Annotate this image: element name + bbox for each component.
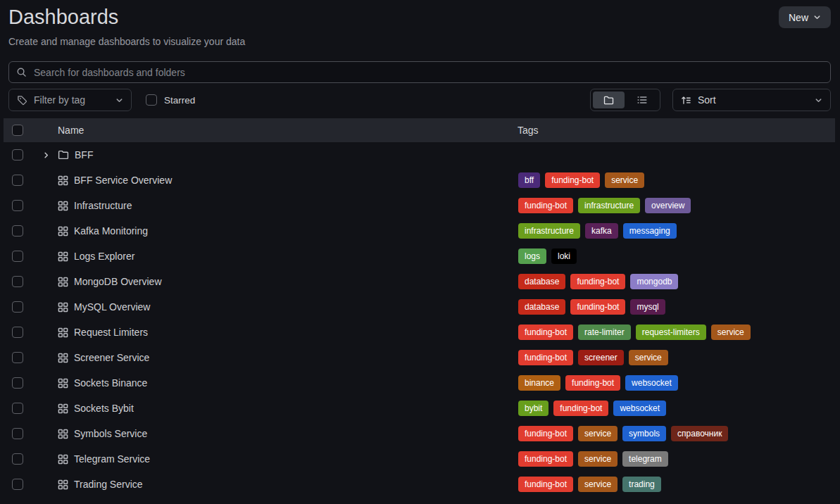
search-bar[interactable] <box>8 61 831 83</box>
tag-badge[interactable]: funding-bot <box>570 274 625 289</box>
tag-badge[interactable]: bff <box>518 172 540 188</box>
row-checkbox[interactable] <box>12 352 23 363</box>
chevron-down-icon <box>815 96 822 104</box>
select-all-checkbox[interactable] <box>12 125 23 136</box>
table-row[interactable]: Infrastructurefunding-botinfrastructureo… <box>4 193 835 218</box>
table-row[interactable]: Sockets Binancebinancefunding-botwebsock… <box>4 370 835 396</box>
tag-filter-select[interactable]: Filter by tag <box>8 89 132 111</box>
dashboard-name-link[interactable]: Logs Explorer <box>74 251 134 262</box>
tag-badge[interactable]: funding-bot <box>518 426 573 441</box>
expand-chevron-icon[interactable] <box>39 151 53 159</box>
folder-name-link[interactable]: BFF <box>75 149 93 160</box>
table-row[interactable]: Logs Explorerlogsloki <box>4 244 835 269</box>
row-checkbox[interactable] <box>12 200 23 211</box>
table-row[interactable]: Screener Servicefunding-botscreenerservi… <box>4 345 835 370</box>
row-checkbox[interactable] <box>12 428 23 439</box>
tag-badge[interactable]: funding-bot <box>518 325 573 340</box>
tag-badge[interactable]: logs <box>518 248 546 264</box>
starred-filter[interactable]: Starred <box>146 94 195 106</box>
row-checkbox[interactable] <box>12 175 23 186</box>
tag-badge[interactable]: infrastructure <box>518 223 580 239</box>
tag-badge[interactable]: request-limiters <box>636 325 706 340</box>
tag-badge[interactable]: rate-limiter <box>578 325 631 340</box>
search-input[interactable] <box>32 66 823 79</box>
tag-badge[interactable]: binance <box>518 375 560 391</box>
dashboard-icon <box>58 251 68 262</box>
tag-badge[interactable]: funding-bot <box>518 198 573 213</box>
new-button[interactable]: New <box>779 6 831 28</box>
tag-badge[interactable]: overview <box>645 198 691 213</box>
tag-badge[interactable]: screener <box>578 350 624 365</box>
dashboard-name-link[interactable]: Trading Service <box>74 479 143 490</box>
row-checkbox[interactable] <box>12 479 23 490</box>
table-row[interactable]: MongoDB Overviewdatabasefunding-botmongo… <box>4 269 835 294</box>
table-row[interactable]: MySQL Overviewdatabasefunding-botmysql <box>4 294 835 320</box>
tag-badge[interactable]: messaging <box>623 223 677 239</box>
row-checkbox[interactable] <box>12 327 23 338</box>
tag-badge[interactable]: websocket <box>613 401 666 416</box>
tag-badge[interactable]: websocket <box>625 375 678 391</box>
tag-badge[interactable]: infrastructure <box>578 198 640 213</box>
column-header-name[interactable]: Name <box>58 125 84 136</box>
row-checkbox[interactable] <box>12 301 23 313</box>
tag-badge[interactable]: funding-bot <box>518 350 573 365</box>
table-row[interactable]: BFF <box>4 142 835 168</box>
row-checkbox[interactable] <box>12 377 23 389</box>
table-row[interactable]: Request Limitersfunding-botrate-limiterr… <box>4 320 835 345</box>
starred-checkbox[interactable] <box>146 94 157 106</box>
dashboard-name-link[interactable]: Sockets Binance <box>74 377 147 389</box>
tag-badge[interactable]: service <box>605 172 644 188</box>
tag-badge[interactable]: bybit <box>518 401 548 416</box>
row-checkbox[interactable] <box>12 276 23 287</box>
dashboard-name-link[interactable]: Telegram Service <box>74 453 150 465</box>
row-checkbox[interactable] <box>12 251 23 262</box>
sort-select[interactable]: Sort <box>672 89 831 111</box>
tag-badge[interactable]: trading <box>622 477 661 492</box>
tag-icon <box>17 95 27 106</box>
tag-badge[interactable]: loki <box>551 248 577 264</box>
table-row[interactable]: Sockets Bybitbybitfunding-botwebsocket <box>4 396 835 421</box>
tag-badge[interactable]: funding-bot <box>545 172 600 188</box>
table-row[interactable]: Symbols Servicefunding-botservicesymbols… <box>4 421 835 446</box>
tag-badge[interactable]: mysql <box>630 299 665 315</box>
dashboard-name-link[interactable]: Kafka Monitoring <box>74 225 148 237</box>
tag-badge[interactable]: service <box>578 426 618 441</box>
row-checkbox[interactable] <box>12 453 23 465</box>
tag-badge[interactable]: kafka <box>585 223 618 239</box>
table-row[interactable]: Kafka Monitoringinfrastructurekafkamessa… <box>4 218 835 244</box>
tag-badge[interactable]: funding-bot <box>565 375 620 391</box>
table-row[interactable]: BFF Service Overviewbfffunding-botservic… <box>4 168 835 193</box>
row-checkbox[interactable] <box>12 403 23 414</box>
tag-badge[interactable]: database <box>518 274 565 289</box>
tag-badge[interactable]: service <box>711 325 751 340</box>
tag-badge[interactable]: справочник <box>671 426 728 441</box>
tag-badge[interactable]: telegram <box>622 451 668 467</box>
tag-badge[interactable]: symbols <box>622 426 666 441</box>
table-row[interactable]: Telegram Servicefunding-botservicetelegr… <box>4 446 835 472</box>
tag-badge[interactable]: funding-bot <box>518 451 573 467</box>
dashboard-name-link[interactable]: Sockets Bybit <box>74 403 134 414</box>
table-row[interactable]: Trading Servicefunding-botservicetrading <box>4 472 835 497</box>
row-checkbox[interactable] <box>12 225 23 237</box>
dashboard-name-link[interactable]: MongoDB Overview <box>74 276 162 287</box>
row-checkbox[interactable] <box>12 149 23 160</box>
dashboard-name-link[interactable]: Infrastructure <box>74 200 132 211</box>
tag-badge[interactable]: funding-bot <box>553 401 608 416</box>
dashboard-name-link[interactable]: BFF Service Overview <box>74 175 172 186</box>
tag-badge[interactable]: funding-bot <box>518 477 573 492</box>
list-view-button[interactable] <box>626 92 658 108</box>
tag-badge[interactable]: service <box>578 477 618 492</box>
tag-badge[interactable]: mongodb <box>630 274 678 289</box>
dashboard-name-link[interactable]: Symbols Service <box>74 428 147 439</box>
folder-view-button[interactable] <box>593 92 625 108</box>
row-tags: binancefunding-botwebsocket <box>518 375 678 391</box>
tag-badge[interactable]: funding-bot <box>570 299 625 315</box>
tag-badge[interactable]: database <box>518 299 565 315</box>
dashboard-name-link[interactable]: Screener Service <box>74 352 149 363</box>
dashboard-icon <box>58 327 68 338</box>
tag-badge[interactable]: service <box>578 451 618 467</box>
folder-icon <box>58 149 69 160</box>
dashboard-name-link[interactable]: MySQL Overview <box>74 301 150 313</box>
tag-badge[interactable]: service <box>629 350 668 365</box>
dashboard-name-link[interactable]: Request Limiters <box>74 327 148 338</box>
